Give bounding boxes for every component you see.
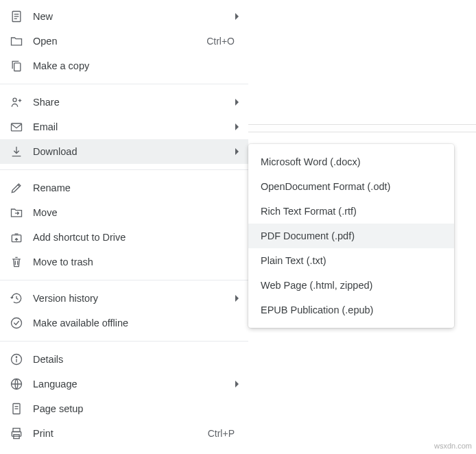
menu-label-share: Share <box>33 97 233 108</box>
menu-label-move: Move <box>33 207 239 218</box>
download-option-pdf[interactable]: PDF Document (.pdf) <box>248 224 454 248</box>
rename-icon <box>10 181 23 195</box>
download-option-label-txt: Plain Text (.txt) <box>261 255 326 266</box>
trash-icon <box>10 255 23 269</box>
chevron-right-icon <box>235 99 239 106</box>
download-submenu: Microsoft Word (.docx)OpenDocument Forma… <box>248 144 454 328</box>
download-option-label-rtf: Rich Text Format (.rtf) <box>261 206 357 217</box>
svg-point-11 <box>16 357 16 357</box>
menu-item-new[interactable]: New <box>0 4 248 29</box>
menu-label-details: Details <box>33 354 239 365</box>
menu-item-share[interactable]: Share <box>0 90 248 115</box>
chevron-right-icon <box>235 381 239 387</box>
menu-label-download: Download <box>33 146 233 157</box>
menu-divider <box>0 169 248 170</box>
menu-item-page-setup[interactable]: Page setup <box>0 396 248 421</box>
doc-icon <box>10 10 23 23</box>
download-option-label-odt: OpenDocument Format (.odt) <box>261 181 390 192</box>
folder-icon <box>10 34 23 48</box>
menu-item-open[interactable]: OpenCtrl+O <box>0 29 248 53</box>
menu-item-details[interactable]: Details <box>0 347 248 372</box>
download-option-rtf[interactable]: Rich Text Format (.rtf) <box>248 199 454 224</box>
menu-label-email: Email <box>33 121 233 132</box>
watermark: wsxdn.com <box>434 442 472 450</box>
menu-item-download[interactable]: Download <box>0 139 248 164</box>
shortcut-icon <box>10 230 23 244</box>
menu-item-move-to-trash[interactable]: Move to trash <box>0 250 248 274</box>
menu-label-language: Language <box>33 379 233 390</box>
menu-label-open: Open <box>33 36 206 47</box>
menu-divider <box>0 341 248 342</box>
menu-label-add-shortcut: Add shortcut to Drive <box>33 232 239 243</box>
menu-item-version-history[interactable]: Version history <box>0 286 248 311</box>
menu-label-available-offline: Make available offline <box>33 318 239 328</box>
download-option-label-epub: EPUB Publication (.epub) <box>261 304 373 315</box>
chevron-right-icon <box>235 295 239 302</box>
download-option-label-docx: Microsoft Word (.docx) <box>261 156 361 167</box>
share-icon <box>10 95 23 109</box>
download-option-txt[interactable]: Plain Text (.txt) <box>248 248 454 273</box>
menu-item-make-a-copy[interactable]: Make a copy <box>0 53 248 78</box>
chevron-right-icon <box>235 148 239 155</box>
chevron-right-icon <box>235 13 239 20</box>
menu-item-rename[interactable]: Rename <box>0 176 248 200</box>
menu-label-rename: Rename <box>33 182 239 193</box>
svg-rect-16 <box>13 429 20 432</box>
download-option-epub[interactable]: EPUB Publication (.epub) <box>248 298 454 322</box>
menu-label-print: Print <box>33 428 208 439</box>
download-option-odt[interactable]: OpenDocument Format (.odt) <box>248 174 454 199</box>
info-icon <box>10 353 23 366</box>
language-icon <box>10 377 23 391</box>
menu-label-page-setup: Page setup <box>33 403 239 414</box>
menu-label-version-history: Version history <box>33 293 233 304</box>
menu-item-language[interactable]: Language <box>0 372 248 396</box>
email-icon <box>10 120 23 134</box>
menu-item-add-shortcut[interactable]: Add shortcut to Drive <box>0 225 248 250</box>
file-menu: NewOpenCtrl+OMake a copyShareEmailDownlo… <box>0 0 248 450</box>
menu-shortcut-print: Ctrl+P <box>208 428 235 439</box>
menu-label-make-a-copy: Make a copy <box>33 60 239 71</box>
menu-item-available-offline[interactable]: Make available offline <box>0 311 248 335</box>
history-icon <box>10 291 23 305</box>
background-toolbar-line <box>248 124 476 132</box>
page-setup-icon <box>10 402 23 416</box>
download-icon <box>10 145 23 158</box>
download-option-html[interactable]: Web Page (.html, zipped) <box>248 273 454 298</box>
move-icon <box>10 206 23 219</box>
svg-point-5 <box>13 98 16 101</box>
download-option-docx[interactable]: Microsoft Word (.docx) <box>248 150 454 174</box>
menu-divider <box>0 84 248 84</box>
download-option-label-html: Web Page (.html, zipped) <box>261 280 372 291</box>
menu-shortcut-open: Ctrl+O <box>206 36 235 47</box>
copy-icon <box>10 59 23 73</box>
menu-label-new: New <box>33 11 233 22</box>
svg-rect-4 <box>14 63 21 71</box>
chevron-right-icon <box>235 123 239 130</box>
svg-rect-6 <box>12 123 22 131</box>
offline-icon <box>10 316 23 330</box>
print-icon <box>10 427 23 440</box>
download-option-label-pdf: PDF Document (.pdf) <box>261 230 355 241</box>
menu-item-print[interactable]: PrintCtrl+P <box>0 421 248 446</box>
menu-item-email[interactable]: Email <box>0 115 248 139</box>
svg-point-8 <box>12 318 22 328</box>
menu-label-move-to-trash: Move to trash <box>33 256 239 267</box>
menu-item-move[interactable]: Move <box>0 200 248 225</box>
menu-divider <box>0 280 248 280</box>
